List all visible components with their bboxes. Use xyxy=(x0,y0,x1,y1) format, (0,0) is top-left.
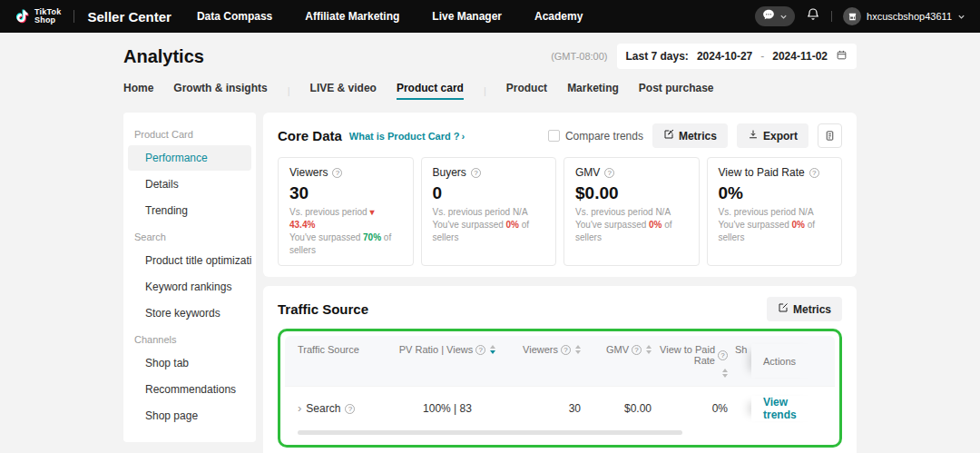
compare-trends-checkbox[interactable] xyxy=(548,130,560,142)
nav-divider xyxy=(74,10,74,23)
viewers-value: 30 xyxy=(506,402,581,415)
report-clipboard-button[interactable] xyxy=(818,123,842,148)
metric-card-view-to-paid-rate: View to Paid Rate? 0% Vs. previous perio… xyxy=(707,157,843,266)
col-traffic-source: Traffic Source xyxy=(298,344,388,355)
metric-card-buyers: Buyers? 0 Vs. previous period N/A You've… xyxy=(421,157,557,266)
nav-item-data-compass[interactable]: Data Compass xyxy=(197,10,272,23)
sidebar-section-product-card: Product Card xyxy=(128,122,251,144)
notifications-bell-icon[interactable] xyxy=(806,7,820,25)
help-icon[interactable]: ? xyxy=(632,345,642,355)
sidebar-item-shop-tab[interactable]: Shop tab xyxy=(128,350,251,376)
tab-live-video[interactable]: LIVE & video xyxy=(310,82,377,100)
traffic-source-table: Traffic Source PV Ratio | Views ? Viewer… xyxy=(285,336,835,440)
tab-product-card[interactable]: Product card xyxy=(397,82,464,100)
page-title: Analytics xyxy=(123,46,204,67)
sidebar-item-product-title-optimization[interactable]: Product title optimizati... xyxy=(128,248,251,273)
nav-item-academy[interactable]: Academy xyxy=(534,10,583,23)
account-menu[interactable]: hxcuscbshop43611 xyxy=(843,7,965,25)
highlighted-region: Traffic Source PV Ratio | Views ? Viewer… xyxy=(278,329,842,448)
sidebar-section-channels: Channels xyxy=(128,327,251,350)
metric-value: 0% xyxy=(719,183,831,203)
chevron-down-icon xyxy=(957,8,965,25)
view-to-paid-value: 0% xyxy=(652,402,728,415)
down-triangle-icon: ▾ xyxy=(369,207,374,217)
tab-separator: | xyxy=(484,85,486,96)
sidebar-item-keyword-rankings[interactable]: Keyword rankings xyxy=(128,274,251,300)
timezone-label: (GMT-08:00) xyxy=(551,51,607,62)
tab-separator: | xyxy=(288,85,290,96)
download-icon xyxy=(748,129,759,143)
tab-marketing[interactable]: Marketing xyxy=(567,82,619,100)
sidebar-item-recommendations[interactable]: Recommendations xyxy=(128,377,251,402)
chevron-right-icon: › xyxy=(461,131,465,142)
export-button[interactable]: Export xyxy=(737,123,808,148)
help-icon[interactable]: ? xyxy=(471,168,481,178)
sidebar-item-trending[interactable]: Trending xyxy=(128,198,251,223)
date-separator: - xyxy=(760,50,764,63)
help-icon[interactable]: ? xyxy=(332,168,342,178)
edit-metrics-icon xyxy=(778,302,789,316)
traffic-source-card: Traffic Source Metrics Traffic Source xyxy=(263,286,857,453)
tab-growth-insights[interactable]: Growth & insights xyxy=(173,82,267,100)
tiktok-shop-logo[interactable]: TikTok Shop xyxy=(15,8,61,25)
expand-row-chevron[interactable]: › xyxy=(298,404,301,413)
nav-item-live-manager[interactable]: Live Manager xyxy=(432,10,502,23)
shop-avatar-icon xyxy=(843,7,861,25)
tiktok-note-icon xyxy=(15,9,30,25)
tab-product[interactable]: Product xyxy=(506,82,547,100)
traffic-metrics-button[interactable]: Metrics xyxy=(767,297,842,321)
date-range-label: Last 7 days: xyxy=(626,50,689,63)
calendar-icon xyxy=(836,49,848,64)
date-start[interactable]: 2024-10-27 xyxy=(697,50,752,63)
sort-control[interactable] xyxy=(490,345,495,354)
metric-value: 30 xyxy=(289,183,402,203)
col-view-to-paid-rate: View to Paid Rate ? xyxy=(652,344,728,378)
help-icon[interactable]: ? xyxy=(604,168,614,178)
sidebar-section-search: Search xyxy=(128,224,251,247)
account-name: hxcuscbshop43611 xyxy=(867,11,952,22)
sidebar-item-details[interactable]: Details xyxy=(128,172,251,197)
help-icon[interactable]: ? xyxy=(345,404,355,414)
help-icon[interactable]: ? xyxy=(809,168,819,178)
help-icon[interactable]: ? xyxy=(561,345,571,355)
traffic-table-header: Traffic Source PV Ratio | Views ? Viewer… xyxy=(285,336,835,386)
metric-value: 0 xyxy=(433,183,545,203)
nav-item-affiliate-marketing[interactable]: Affiliate Marketing xyxy=(305,10,399,23)
metric-card-viewers: Viewers? 30 Vs. previous period ▾ 43.4% … xyxy=(278,157,414,266)
metric-card-gmv: GMV? $0.00 Vs. previous period N/A You'v… xyxy=(564,157,700,266)
brand-line-2: Shop xyxy=(34,16,61,25)
horizontal-scrollbar[interactable] xyxy=(298,430,682,435)
nav-menu: Data Compass Affiliate Marketing Live Ma… xyxy=(197,10,583,23)
col-clipped: Sh xyxy=(735,344,751,355)
sidebar-item-performance[interactable]: Performance xyxy=(128,145,251,171)
compare-trends-toggle[interactable]: Compare trends xyxy=(548,130,643,143)
traffic-source-title: Traffic Source xyxy=(278,301,368,317)
col-pv-ratio-views: PV Ratio | Views ? xyxy=(388,344,506,355)
seller-center-link[interactable]: Seller Center xyxy=(87,9,172,25)
tab-post-purchase[interactable]: Post purchase xyxy=(639,82,714,100)
messages-button[interactable] xyxy=(755,6,795,26)
sidebar-item-shop-page[interactable]: Shop page xyxy=(128,403,251,428)
traffic-source-name: Search xyxy=(306,402,340,415)
chat-bubble-icon xyxy=(762,8,775,25)
metrics-button[interactable]: Metrics xyxy=(652,123,728,148)
tab-home[interactable]: Home xyxy=(123,82,153,100)
view-trends-link[interactable]: View trends xyxy=(763,396,822,421)
nav-separator xyxy=(831,11,832,22)
core-data-title: Core Data xyxy=(278,128,342,143)
what-is-product-card-link[interactable]: What is Product Card ? › xyxy=(349,131,465,142)
date-end[interactable]: 2024-11-02 xyxy=(772,50,828,63)
core-metrics: Viewers? 30 Vs. previous period ▾ 43.4% … xyxy=(278,157,842,266)
col-actions: Actions xyxy=(751,344,822,378)
help-icon[interactable]: ? xyxy=(718,350,728,360)
sidebar: Product Card Performance Details Trendin… xyxy=(123,113,256,442)
compare-trends-label: Compare trends xyxy=(565,130,643,143)
core-data-card: Core Data What is Product Card ? › Compa… xyxy=(263,113,857,277)
table-row-search: › Search ? 100% | 83 30 $0.00 0% View tr… xyxy=(285,386,835,428)
date-range-picker[interactable]: Last 7 days: 2024-10-27 - 2024-11-02 xyxy=(617,44,858,69)
metric-value: $0.00 xyxy=(575,183,688,203)
chevron-down-icon xyxy=(779,8,788,25)
sidebar-item-store-keywords[interactable]: Store keywords xyxy=(128,300,251,326)
help-icon[interactable]: ? xyxy=(475,345,485,355)
sort-control[interactable] xyxy=(722,369,728,378)
